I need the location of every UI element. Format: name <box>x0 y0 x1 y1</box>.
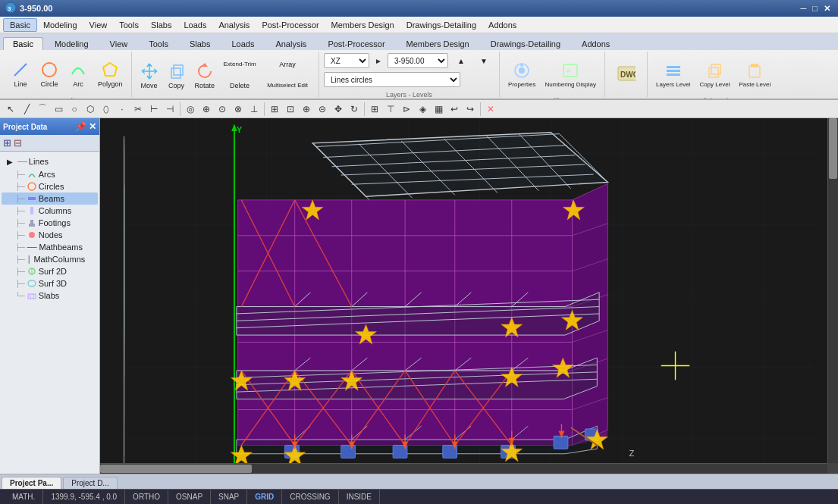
scroll-thumb-vertical[interactable] <box>829 118 837 179</box>
level-select[interactable]: 3-950.00 <box>388 53 448 68</box>
tree-item-slabs[interactable]: └─ Slabs <box>2 290 98 302</box>
viewport[interactable]: Y Z <box>100 118 838 474</box>
tb2-grid-btn[interactable]: ⊞ <box>367 102 382 117</box>
tb2-render[interactable]: ◈ <box>415 102 430 117</box>
menu-view[interactable]: View <box>83 19 114 31</box>
tb2-point[interactable]: · <box>115 102 130 117</box>
tree-item-nodes[interactable]: ├─ Nodes <box>2 229 98 241</box>
tb2-ellipse[interactable]: ⬯ <box>99 102 114 117</box>
btn-arc[interactable]: Arc <box>65 53 91 95</box>
tab-modeling[interactable]: Modeling <box>45 37 99 50</box>
tree-item-surf2d[interactable]: ├─ Surf 2D <box>2 265 98 277</box>
btn-extend-trim[interactable]: Extend-Trim <box>220 55 259 74</box>
menu-loads[interactable]: Loads <box>177 19 212 31</box>
tab-post-processor[interactable]: Post-Processor <box>318 37 394 50</box>
tb2-cancel[interactable]: ✕ <box>483 102 498 117</box>
btn-polygon[interactable]: Polygon <box>94 53 127 95</box>
tb2-break[interactable]: ⊣ <box>162 102 177 117</box>
btn-layers-level[interactable]: Layers Level <box>652 53 694 95</box>
tb2-zoom-ext[interactable]: ⊞ <box>267 102 282 117</box>
maximize-icon[interactable]: □ <box>812 4 818 13</box>
btn-delete[interactable]: Delete <box>220 76 259 95</box>
layer-select[interactable]: Lines circles <box>324 72 460 87</box>
btn-multiselect[interactable]: Multiselect Edit <box>261 76 314 95</box>
status-inside[interactable]: INSIDE <box>339 490 380 504</box>
tb2-poly[interactable]: ⬡ <box>83 102 98 117</box>
scroll-thumb-horizontal[interactable] <box>100 465 252 473</box>
minimize-icon[interactable]: ─ <box>801 4 807 13</box>
tab-tools[interactable]: Tools <box>139 37 178 50</box>
menu-post-processor[interactable]: Post-Processor <box>256 19 325 31</box>
tb2-snap2[interactable]: ⊕ <box>199 102 214 117</box>
status-crossing[interactable]: CROSSING <box>282 490 338 504</box>
status-snap[interactable]: SNAP <box>211 490 247 504</box>
tab-addons[interactable]: Addons <box>572 37 620 50</box>
tb2-snap1[interactable]: ◎ <box>183 102 198 117</box>
menu-analysis[interactable]: Analysis <box>212 19 256 31</box>
tb2-snap3[interactable]: ⊙ <box>215 102 230 117</box>
menu-members-design[interactable]: Members Design <box>325 19 400 31</box>
tab-slabs[interactable]: Slabs <box>180 37 221 50</box>
tree-item-footings[interactable]: ├─ Footings <box>2 217 98 229</box>
tab-project-pa[interactable]: Project Pa... <box>2 477 61 489</box>
btn-rotate[interactable]: Rotate <box>191 55 219 97</box>
btn-numbering[interactable]: # Numbering Display <box>541 53 600 95</box>
tree-item-circles[interactable]: ├─ Circles <box>2 180 98 193</box>
tab-members-design[interactable]: Members Design <box>397 37 479 50</box>
tb2-snap5[interactable]: ⊥ <box>246 102 262 117</box>
status-osnap[interactable]: OSNAP <box>168 490 211 504</box>
tb2-snap-btn[interactable]: ⊳ <box>399 102 414 117</box>
status-grid[interactable]: GRID <box>247 490 282 504</box>
tree-item-lines[interactable]: ▶ ── Lines <box>2 155 98 168</box>
btn-move[interactable]: Move <box>137 55 162 97</box>
tb2-line[interactable]: ╱ <box>19 102 34 117</box>
status-ortho[interactable]: ORTHO <box>125 490 168 504</box>
tree-item-beams[interactable]: ├─ Beams <box>2 193 98 205</box>
tree-collapse-icon[interactable]: ⊟ <box>14 137 22 149</box>
btn-copy[interactable]: Copy <box>164 55 190 97</box>
tb2-zoom-in[interactable]: ⊕ <box>299 102 314 117</box>
tree-item-arcs[interactable]: ├─ Arcs <box>2 168 98 180</box>
tb2-pan[interactable]: ✥ <box>331 102 346 117</box>
tb2-layer-btn[interactable]: ▦ <box>431 102 446 117</box>
tree-item-mathcolumns[interactable]: ├─ │ MathColumns <box>2 253 98 265</box>
tree-expand-icon[interactable]: ⊞ <box>3 137 11 149</box>
tb2-extend[interactable]: ⊢ <box>146 102 162 117</box>
tb2-undo[interactable]: ↩ <box>447 102 462 117</box>
menu-addons[interactable]: Addons <box>482 19 523 31</box>
level-down-btn[interactable]: ▼ <box>473 55 494 67</box>
tb2-select[interactable]: ↖ <box>3 102 18 117</box>
menu-drawings-detailing[interactable]: Drawings-Detailing <box>400 19 482 31</box>
tb2-redo[interactable]: ↪ <box>463 102 478 117</box>
scrollbar-vertical[interactable] <box>827 118 838 463</box>
tb2-ortho-btn[interactable]: ⊤ <box>383 102 398 117</box>
tab-drawings-detailing[interactable]: Drawings-Detailing <box>481 37 570 50</box>
tab-loads[interactable]: Loads <box>221 37 264 50</box>
tb2-arc[interactable]: ⌒ <box>35 102 50 117</box>
menu-slabs[interactable]: Slabs <box>145 19 178 31</box>
tb2-snap4[interactable]: ⊗ <box>231 102 246 117</box>
tb2-trim[interactable]: ✂ <box>130 102 146 117</box>
pd-pin-icon[interactable]: 📌 <box>75 121 86 132</box>
scrollbar-horizontal[interactable] <box>100 463 827 474</box>
tb2-rect[interactable]: ▭ <box>51 102 66 117</box>
close-icon[interactable]: ✕ <box>824 4 830 14</box>
tab-basic[interactable]: Basic <box>3 37 43 50</box>
tree-item-surf3d[interactable]: ├─ Surf 3D <box>2 277 98 290</box>
menu-tools[interactable]: Tools <box>113 19 145 31</box>
tab-analysis[interactable]: Analysis <box>265 37 316 50</box>
plane-select[interactable]: XZXYYZ3D <box>324 53 369 68</box>
tb2-circle2[interactable]: ○ <box>67 102 82 117</box>
tb2-rotate3d[interactable]: ↻ <box>347 102 362 117</box>
tb2-zoom-out[interactable]: ⊝ <box>315 102 330 117</box>
btn-array[interactable]: Array <box>274 55 301 74</box>
pd-close-icon[interactable]: ✕ <box>89 121 96 132</box>
btn-line[interactable]: Line <box>8 53 33 95</box>
level-up-btn[interactable]: ▲ <box>450 55 472 67</box>
btn-circle[interactable]: Circle <box>36 53 62 95</box>
tab-view[interactable]: View <box>100 37 138 50</box>
btn-copy-level[interactable]: Copy Level <box>695 53 733 95</box>
tree-item-columns[interactable]: ├─ Columns <box>2 205 98 217</box>
btn-paste-level[interactable]: Paste Level <box>735 53 774 95</box>
btn-dwg-dxf[interactable]: DWG <box>614 53 639 95</box>
